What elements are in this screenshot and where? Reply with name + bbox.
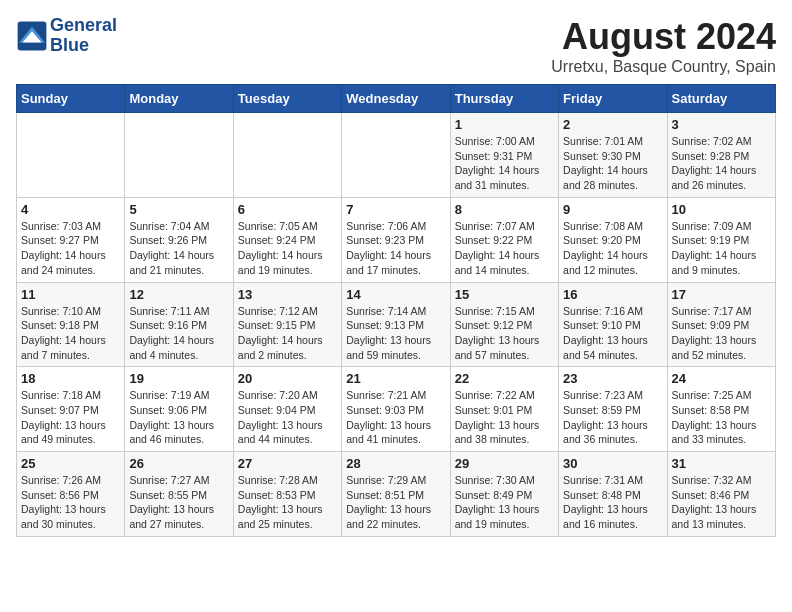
cell-day-number: 10 xyxy=(672,202,771,217)
cell-day-number: 18 xyxy=(21,371,120,386)
cell-info: Sunrise: 7:07 AM Sunset: 9:22 PM Dayligh… xyxy=(455,219,554,278)
cell-day-number: 1 xyxy=(455,117,554,132)
calendar-week-5: 25Sunrise: 7:26 AM Sunset: 8:56 PM Dayli… xyxy=(17,452,776,537)
header-day-monday: Monday xyxy=(125,85,233,113)
cell-info: Sunrise: 7:20 AM Sunset: 9:04 PM Dayligh… xyxy=(238,388,337,447)
calendar-cell: 17Sunrise: 7:17 AM Sunset: 9:09 PM Dayli… xyxy=(667,282,775,367)
cell-day-number: 16 xyxy=(563,287,662,302)
cell-info: Sunrise: 7:02 AM Sunset: 9:28 PM Dayligh… xyxy=(672,134,771,193)
cell-info: Sunrise: 7:01 AM Sunset: 9:30 PM Dayligh… xyxy=(563,134,662,193)
page-header: General Blue August 2024 Urretxu, Basque… xyxy=(16,16,776,76)
header-day-sunday: Sunday xyxy=(17,85,125,113)
header-day-saturday: Saturday xyxy=(667,85,775,113)
calendar-cell xyxy=(233,113,341,198)
cell-day-number: 29 xyxy=(455,456,554,471)
calendar-week-3: 11Sunrise: 7:10 AM Sunset: 9:18 PM Dayli… xyxy=(17,282,776,367)
calendar-table: SundayMondayTuesdayWednesdayThursdayFrid… xyxy=(16,84,776,537)
title-block: August 2024 Urretxu, Basque Country, Spa… xyxy=(551,16,776,76)
calendar-cell: 2Sunrise: 7:01 AM Sunset: 9:30 PM Daylig… xyxy=(559,113,667,198)
logo-line1: General xyxy=(50,16,117,36)
calendar-cell: 12Sunrise: 7:11 AM Sunset: 9:16 PM Dayli… xyxy=(125,282,233,367)
header-day-thursday: Thursday xyxy=(450,85,558,113)
calendar-cell xyxy=(342,113,450,198)
cell-info: Sunrise: 7:27 AM Sunset: 8:55 PM Dayligh… xyxy=(129,473,228,532)
calendar-cell: 15Sunrise: 7:15 AM Sunset: 9:12 PM Dayli… xyxy=(450,282,558,367)
cell-day-number: 31 xyxy=(672,456,771,471)
calendar-cell xyxy=(17,113,125,198)
calendar-cell: 21Sunrise: 7:21 AM Sunset: 9:03 PM Dayli… xyxy=(342,367,450,452)
cell-day-number: 4 xyxy=(21,202,120,217)
cell-info: Sunrise: 7:28 AM Sunset: 8:53 PM Dayligh… xyxy=(238,473,337,532)
cell-info: Sunrise: 7:08 AM Sunset: 9:20 PM Dayligh… xyxy=(563,219,662,278)
calendar-cell: 30Sunrise: 7:31 AM Sunset: 8:48 PM Dayli… xyxy=(559,452,667,537)
calendar-cell: 11Sunrise: 7:10 AM Sunset: 9:18 PM Dayli… xyxy=(17,282,125,367)
calendar-cell: 26Sunrise: 7:27 AM Sunset: 8:55 PM Dayli… xyxy=(125,452,233,537)
cell-day-number: 3 xyxy=(672,117,771,132)
calendar-week-4: 18Sunrise: 7:18 AM Sunset: 9:07 PM Dayli… xyxy=(17,367,776,452)
calendar-cell: 9Sunrise: 7:08 AM Sunset: 9:20 PM Daylig… xyxy=(559,197,667,282)
calendar-cell: 6Sunrise: 7:05 AM Sunset: 9:24 PM Daylig… xyxy=(233,197,341,282)
cell-day-number: 8 xyxy=(455,202,554,217)
cell-day-number: 23 xyxy=(563,371,662,386)
cell-day-number: 13 xyxy=(238,287,337,302)
cell-info: Sunrise: 7:26 AM Sunset: 8:56 PM Dayligh… xyxy=(21,473,120,532)
cell-info: Sunrise: 7:31 AM Sunset: 8:48 PM Dayligh… xyxy=(563,473,662,532)
cell-day-number: 15 xyxy=(455,287,554,302)
cell-day-number: 2 xyxy=(563,117,662,132)
calendar-cell: 10Sunrise: 7:09 AM Sunset: 9:19 PM Dayli… xyxy=(667,197,775,282)
cell-info: Sunrise: 7:12 AM Sunset: 9:15 PM Dayligh… xyxy=(238,304,337,363)
calendar-cell: 14Sunrise: 7:14 AM Sunset: 9:13 PM Dayli… xyxy=(342,282,450,367)
cell-day-number: 27 xyxy=(238,456,337,471)
cell-info: Sunrise: 7:14 AM Sunset: 9:13 PM Dayligh… xyxy=(346,304,445,363)
calendar-cell: 29Sunrise: 7:30 AM Sunset: 8:49 PM Dayli… xyxy=(450,452,558,537)
cell-day-number: 12 xyxy=(129,287,228,302)
cell-day-number: 19 xyxy=(129,371,228,386)
calendar-cell: 16Sunrise: 7:16 AM Sunset: 9:10 PM Dayli… xyxy=(559,282,667,367)
calendar-week-1: 1Sunrise: 7:00 AM Sunset: 9:31 PM Daylig… xyxy=(17,113,776,198)
logo-text: General Blue xyxy=(50,16,117,56)
calendar-cell: 24Sunrise: 7:25 AM Sunset: 8:58 PM Dayli… xyxy=(667,367,775,452)
calendar-cell: 3Sunrise: 7:02 AM Sunset: 9:28 PM Daylig… xyxy=(667,113,775,198)
cell-info: Sunrise: 7:05 AM Sunset: 9:24 PM Dayligh… xyxy=(238,219,337,278)
cell-info: Sunrise: 7:17 AM Sunset: 9:09 PM Dayligh… xyxy=(672,304,771,363)
cell-day-number: 14 xyxy=(346,287,445,302)
cell-day-number: 26 xyxy=(129,456,228,471)
calendar-cell: 22Sunrise: 7:22 AM Sunset: 9:01 PM Dayli… xyxy=(450,367,558,452)
cell-day-number: 24 xyxy=(672,371,771,386)
cell-info: Sunrise: 7:22 AM Sunset: 9:01 PM Dayligh… xyxy=(455,388,554,447)
cell-info: Sunrise: 7:10 AM Sunset: 9:18 PM Dayligh… xyxy=(21,304,120,363)
cell-day-number: 21 xyxy=(346,371,445,386)
cell-day-number: 5 xyxy=(129,202,228,217)
header-day-tuesday: Tuesday xyxy=(233,85,341,113)
cell-day-number: 25 xyxy=(21,456,120,471)
cell-day-number: 7 xyxy=(346,202,445,217)
calendar-week-2: 4Sunrise: 7:03 AM Sunset: 9:27 PM Daylig… xyxy=(17,197,776,282)
cell-day-number: 6 xyxy=(238,202,337,217)
calendar-cell: 8Sunrise: 7:07 AM Sunset: 9:22 PM Daylig… xyxy=(450,197,558,282)
calendar-cell: 31Sunrise: 7:32 AM Sunset: 8:46 PM Dayli… xyxy=(667,452,775,537)
cell-info: Sunrise: 7:06 AM Sunset: 9:23 PM Dayligh… xyxy=(346,219,445,278)
cell-day-number: 17 xyxy=(672,287,771,302)
cell-day-number: 30 xyxy=(563,456,662,471)
cell-info: Sunrise: 7:04 AM Sunset: 9:26 PM Dayligh… xyxy=(129,219,228,278)
calendar-cell: 4Sunrise: 7:03 AM Sunset: 9:27 PM Daylig… xyxy=(17,197,125,282)
cell-info: Sunrise: 7:21 AM Sunset: 9:03 PM Dayligh… xyxy=(346,388,445,447)
header-day-friday: Friday xyxy=(559,85,667,113)
cell-info: Sunrise: 7:18 AM Sunset: 9:07 PM Dayligh… xyxy=(21,388,120,447)
calendar-body: 1Sunrise: 7:00 AM Sunset: 9:31 PM Daylig… xyxy=(17,113,776,537)
logo-line2: Blue xyxy=(50,36,117,56)
cell-info: Sunrise: 7:32 AM Sunset: 8:46 PM Dayligh… xyxy=(672,473,771,532)
cell-info: Sunrise: 7:03 AM Sunset: 9:27 PM Dayligh… xyxy=(21,219,120,278)
calendar-cell: 25Sunrise: 7:26 AM Sunset: 8:56 PM Dayli… xyxy=(17,452,125,537)
subtitle: Urretxu, Basque Country, Spain xyxy=(551,58,776,76)
calendar-cell: 28Sunrise: 7:29 AM Sunset: 8:51 PM Dayli… xyxy=(342,452,450,537)
calendar-cell: 13Sunrise: 7:12 AM Sunset: 9:15 PM Dayli… xyxy=(233,282,341,367)
cell-day-number: 9 xyxy=(563,202,662,217)
cell-info: Sunrise: 7:00 AM Sunset: 9:31 PM Dayligh… xyxy=(455,134,554,193)
cell-day-number: 22 xyxy=(455,371,554,386)
cell-info: Sunrise: 7:11 AM Sunset: 9:16 PM Dayligh… xyxy=(129,304,228,363)
calendar-cell: 5Sunrise: 7:04 AM Sunset: 9:26 PM Daylig… xyxy=(125,197,233,282)
header-row: SundayMondayTuesdayWednesdayThursdayFrid… xyxy=(17,85,776,113)
calendar-cell: 27Sunrise: 7:28 AM Sunset: 8:53 PM Dayli… xyxy=(233,452,341,537)
cell-info: Sunrise: 7:15 AM Sunset: 9:12 PM Dayligh… xyxy=(455,304,554,363)
